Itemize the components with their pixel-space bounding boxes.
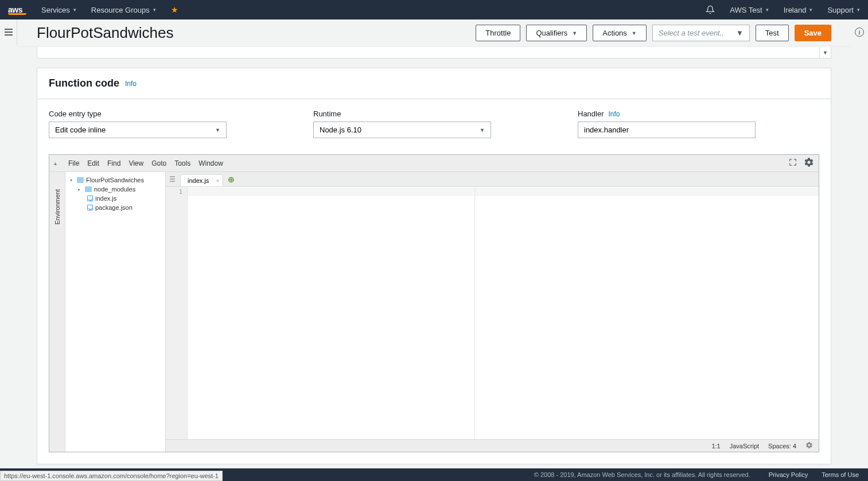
editor-body: Environment ▾ FlourPotSandwiches ▸ node_… [49, 172, 819, 452]
code-text-area[interactable] [188, 187, 819, 439]
function-code-header: Function code Info [37, 68, 831, 99]
actions-button[interactable]: Actions ▼ [593, 25, 647, 41]
tree-node-modules-label: node_modules [94, 186, 135, 193]
tree-toggle-icon: ▾ [70, 178, 75, 183]
file-icon [87, 205, 93, 210]
editor-statusbar: 1:1 JavaScript Spaces: 4 [166, 439, 819, 452]
nav-support[interactable]: Support ▾ [827, 6, 860, 14]
test-event-placeholder: Select a test event.. [659, 29, 724, 37]
nav-resource-groups[interactable]: Resource Groups ▾ [91, 6, 156, 14]
menu-goto[interactable]: Goto [151, 159, 166, 167]
menu-find[interactable]: Find [107, 159, 120, 167]
triangle-down-icon: ▼ [480, 127, 485, 133]
caret-down-icon: ▾ [73, 7, 76, 13]
test-button[interactable]: Test [756, 25, 789, 41]
main-content: FlourPotSandwiches Throttle Qualifiers ▼… [17, 19, 851, 468]
handler-label: Handler Info [578, 110, 819, 118]
nav-region[interactable]: Ireland ▾ [784, 6, 813, 14]
tree-root-label: FlourPotSandwiches [86, 177, 144, 183]
triangle-down-icon: ▼ [736, 29, 744, 37]
throttle-button[interactable]: Throttle [476, 25, 520, 41]
qualifiers-button[interactable]: Qualifiers ▼ [526, 25, 587, 41]
browser-status-url: https://eu-west-1.console.aws.amazon.com… [0, 471, 223, 481]
menu-edit[interactable]: Edit [87, 159, 99, 167]
line-number: 1 [166, 188, 187, 195]
sidebar-toggle[interactable] [0, 19, 17, 45]
hamburger-icon [5, 29, 13, 36]
runtime-value: Node.js 6.10 [320, 126, 361, 134]
caret-down-icon: ▾ [857, 7, 860, 13]
code-entry-type-select[interactable]: Edit code inline ▼ [49, 122, 227, 138]
save-button[interactable]: Save [795, 25, 831, 41]
terms-of-use-link[interactable]: Terms of Use [822, 471, 859, 478]
info-panel-toggle[interactable]: i [851, 19, 868, 45]
recent-files-icon[interactable]: ☰ [169, 175, 176, 183]
handler-input[interactable] [578, 122, 756, 138]
function-code-panel: Function code Info Code entry type Edit … [37, 68, 831, 464]
file-icon [87, 195, 93, 201]
tree-toggle-icon: ▸ [78, 187, 83, 192]
code-entry-type-label: Code entry type [49, 110, 290, 118]
gear-icon[interactable] [804, 157, 814, 169]
status-gear-icon[interactable] [805, 441, 813, 450]
tab-index-js-label: index.js [188, 177, 209, 184]
aws-logo[interactable]: aws [8, 5, 26, 15]
nav-services[interactable]: Services ▾ [41, 6, 76, 14]
menu-file[interactable]: File [68, 159, 79, 167]
current-line-highlight [188, 187, 819, 196]
tab-index-js[interactable]: index.js × [180, 174, 223, 186]
caret-down-icon: ▾ [153, 7, 156, 13]
close-tab-icon[interactable]: × [216, 178, 219, 184]
dropdown-caret-icon[interactable]: ▼ [819, 47, 831, 58]
qualifiers-label: Qualifiers [536, 29, 567, 37]
triangle-down-icon: ▼ [632, 30, 637, 36]
code-entry-type-value: Edit code inline [55, 126, 106, 134]
handler-info-link[interactable]: Info [609, 110, 620, 118]
environment-label: Environment [54, 189, 61, 225]
tree-index-js[interactable]: index.js [68, 194, 163, 203]
privacy-policy-link[interactable]: Privacy Policy [769, 471, 808, 478]
notifications-icon[interactable] [706, 5, 715, 14]
nav-resource-groups-label: Resource Groups [91, 6, 150, 14]
nav-services-label: Services [41, 6, 70, 14]
caret-down-icon: ▾ [809, 7, 812, 13]
function-actions: Throttle Qualifiers ▼ Actions ▼ Select a… [476, 25, 831, 41]
editor-menubar: ▴ File Edit Find View Goto Tools Window [49, 155, 819, 172]
handler-label-text: Handler [578, 110, 604, 118]
fullscreen-icon[interactable] [789, 158, 797, 168]
menu-window[interactable]: Window [198, 159, 223, 167]
environment-tab[interactable]: Environment [49, 172, 65, 452]
nav-account[interactable]: AWS Test ▾ [730, 6, 768, 14]
editor-tab-bar: ☰ index.js × ⊕ [166, 172, 819, 187]
tree-package-json[interactable]: package.json [68, 203, 163, 212]
tree-node-modules[interactable]: ▸ node_modules [68, 185, 163, 194]
cursor-position: 1:1 [711, 443, 720, 449]
code-editor: ▴ File Edit Find View Goto Tools Window [49, 154, 819, 452]
runtime-select[interactable]: Node.js 6.10 ▼ [313, 122, 491, 138]
function-header: FlourPotSandwiches Throttle Qualifiers ▼… [17, 19, 851, 47]
test-event-select[interactable]: Select a test event.. ▼ [652, 25, 750, 41]
function-config-row: Code entry type Edit code inline ▼ Runti… [49, 110, 819, 138]
pin-icon[interactable]: ★ [171, 5, 178, 14]
nav-support-label: Support [827, 6, 854, 14]
function-code-info-link[interactable]: Info [125, 80, 137, 88]
language-mode[interactable]: JavaScript [730, 443, 759, 449]
info-icon: i [855, 28, 864, 37]
menu-tools[interactable]: Tools [174, 159, 190, 167]
triangle-down-icon: ▼ [215, 127, 220, 133]
nav-account-label: AWS Test [730, 6, 762, 14]
collapse-editor-icon[interactable]: ▴ [54, 160, 57, 166]
tree-root[interactable]: ▾ FlourPotSandwiches [68, 175, 163, 185]
function-code-title: Function code [49, 77, 119, 89]
file-tree: ▾ FlourPotSandwiches ▸ node_modules inde… [65, 172, 166, 452]
tree-package-json-label: package.json [95, 204, 133, 211]
new-tab-icon[interactable]: ⊕ [228, 175, 235, 184]
code-content[interactable]: 1 [166, 187, 819, 439]
menu-view[interactable]: View [129, 159, 143, 167]
code-area: ☰ index.js × ⊕ 1 [166, 172, 819, 452]
folder-icon [85, 186, 92, 192]
nav-region-label: Ireland [784, 6, 807, 14]
folder-icon [77, 177, 84, 183]
indentation[interactable]: Spaces: 4 [768, 443, 796, 449]
function-title: FlourPotSandwiches [37, 24, 173, 42]
